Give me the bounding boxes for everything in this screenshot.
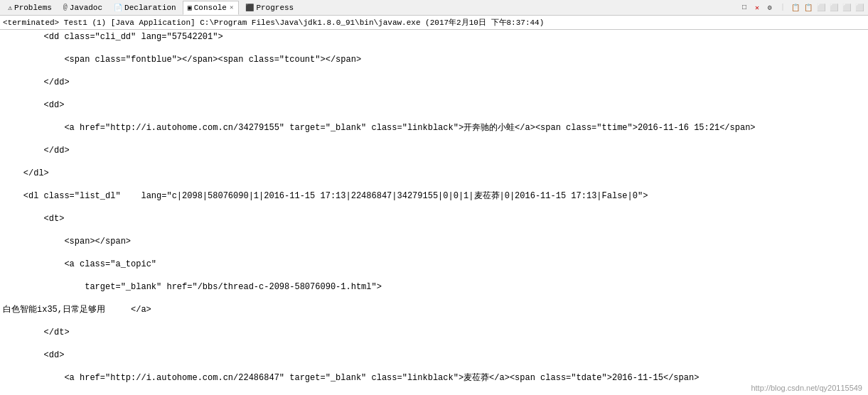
console-line: <a href="http://i.autohome.com.cn/342791… [3,122,865,134]
toolbar-btn1[interactable]: ⬜ [815,2,827,13]
toolbar-btn2[interactable]: ⬜ [828,2,840,13]
status-text: <terminated> Test1 (1) [Java Application… [3,18,544,27]
console-line: </dl> [3,168,865,179]
tab-declaration[interactable]: 📄 Declaration [109,1,181,15]
console-line: 白色智能ix35,日常足够用 </a> [3,304,865,315]
toolbar-sep1: | [777,2,788,13]
console-content[interactable]: <dd class="cli_dd" lang="57542201"> <spa… [0,30,868,395]
tab-progress[interactable]: ⬛ Progress [240,1,299,15]
tab-console-close[interactable]: ✕ [229,4,234,11]
paste-button[interactable]: 📋 [803,2,814,13]
problems-icon: ⚠ [8,4,12,12]
console-line: <span class="fontblue"></span><span clas… [3,54,865,65]
tab-progress-label: Progress [256,4,294,12]
console-line: <a href="http://i.autohome.com.cn/224868… [3,372,865,384]
tab-console[interactable]: ▣ Console ✕ [183,1,240,15]
tab-bar: ⚠ Problems @ Javadoc 📄 Declaration ▣ Con… [0,0,868,16]
tab-javadoc[interactable]: @ Javadoc [58,1,107,15]
close-console-button[interactable]: ✕ [751,2,763,13]
progress-icon: ⬛ [245,4,254,12]
tab-problems-label: Problems [14,4,52,12]
tab-problems[interactable]: ⚠ Problems [3,1,57,15]
declaration-icon: 📄 [114,4,122,12]
tab-console-label: Console [194,4,227,12]
tab-javadoc-label: Javadoc [70,4,102,12]
javadoc-icon: @ [63,4,68,11]
console-line: </dd> [3,145,865,156]
console-line: target="_blank" href="/bbs/thread-c-2098… [3,281,865,293]
console-icon: ▣ [188,4,192,12]
console-line: </dt> [3,327,865,338]
console-line: <span></span> [3,236,865,247]
minimize-button[interactable]: □ [739,2,750,13]
console-line: </dd> [3,77,865,88]
copy-button[interactable]: 📋 [790,2,801,13]
toolbar-btn4[interactable]: ⬜ [854,2,865,13]
status-bar: <terminated> Test1 (1) [Java Application… [0,16,868,30]
console-line: <a class="a_topic" [3,259,865,270]
console-line: <dt> [3,213,865,224]
settings-button[interactable]: ⚙ [764,2,776,13]
watermark: http://blog.csdn.net/qy20115549 [751,384,862,392]
tab-declaration-label: Declaration [124,4,176,12]
toolbar-btn3[interactable]: ⬜ [841,2,852,13]
console-line: <dd class="cli_dd" lang="57542201"> [3,31,865,43]
console-line: <dd> [3,99,865,111]
tab-bar-toolbar: □ ✕ ⚙ | 📋 📋 ⬜ ⬜ ⬜ ⬜ [739,2,865,13]
console-line: <dl class="list_dl" lang="c|2098|5807609… [3,190,865,202]
console-line: <dd> [3,350,865,361]
